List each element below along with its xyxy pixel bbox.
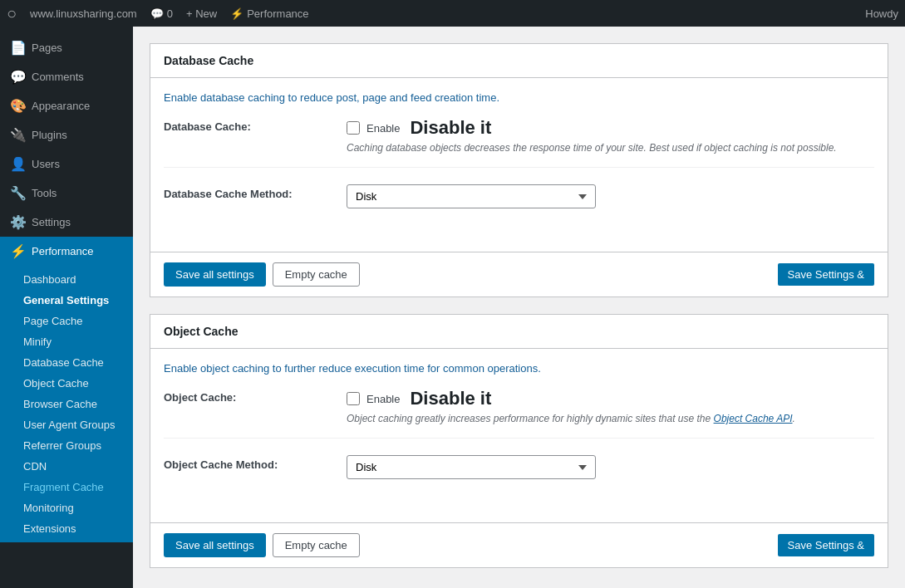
sidebar-item-appearance-label: Appearance	[32, 100, 90, 112]
object-cache-body: Enable object caching to further reduce …	[150, 349, 888, 522]
performance-bar-item[interactable]: ⚡ Performance	[230, 7, 308, 20]
object-cache-method-select[interactable]: Disk Memcached Redis	[347, 455, 596, 479]
object-cache-hint: Object caching greatly increases perform…	[347, 413, 874, 424]
object-cache-save-settings-button[interactable]: Save Settings &	[778, 534, 875, 556]
object-cache-disable-label: Disable it	[410, 388, 491, 409]
sidebar-item-performance-label: Performance	[32, 245, 93, 257]
submenu-item-browser-cache[interactable]: Browser Cache	[0, 394, 133, 414]
site-url: www.linuxsharing.com	[30, 7, 137, 20]
pages-icon: 📄	[10, 40, 25, 56]
object-cache-hint-text: Object caching greatly increases perform…	[347, 413, 714, 424]
submenu-item-monitoring[interactable]: Monitoring	[0, 497, 133, 518]
comment-icon: 💬	[150, 7, 164, 20]
database-cache-save-button[interactable]: Save all settings	[164, 262, 266, 287]
howdy-label: Howdy	[865, 7, 898, 20]
object-cache-header: Object Cache	[150, 315, 888, 349]
submenu-item-cdn[interactable]: CDN	[0, 456, 133, 477]
sidebar-item-users[interactable]: 👤 Users	[0, 149, 133, 179]
submenu-item-dashboard[interactable]: Dashboard	[0, 269, 133, 290]
tools-icon: 🔧	[10, 185, 25, 201]
sidebar-item-plugins[interactable]: 🔌 Plugins	[0, 120, 133, 149]
sidebar-item-appearance[interactable]: 🎨 Appearance	[0, 91, 133, 120]
sidebar-item-tools-label: Tools	[32, 187, 57, 199]
object-cache-enable-row: Object Cache: Enable Disable it Object c…	[164, 388, 874, 439]
database-cache-enable-text[interactable]: Enable	[366, 122, 400, 135]
submenu-item-object-cache[interactable]: Object Cache	[0, 373, 133, 394]
sidebar-item-settings-label: Settings	[32, 216, 71, 228]
admin-bar: ○ www.linuxsharing.com 💬 0 + New ⚡ Perfo…	[0, 0, 905, 27]
submenu-item-page-cache[interactable]: Page Cache	[0, 311, 133, 331]
database-cache-hint: Caching database objects decreases the r…	[347, 142, 874, 154]
site-name[interactable]: www.linuxsharing.com	[30, 7, 137, 20]
object-cache-info: Enable object caching to further reduce …	[164, 362, 874, 375]
wp-logo-icon[interactable]: ○	[7, 4, 17, 23]
plugins-icon: 🔌	[10, 127, 25, 143]
comments-icon: 💬	[10, 69, 25, 85]
sidebar-item-comments-label: Comments	[32, 71, 84, 83]
object-cache-title: Object Cache	[164, 325, 874, 338]
sidebar: 📄 Pages 💬 Comments 🎨 Appearance 🔌 Plugin…	[0, 27, 133, 588]
sidebar-item-users-label: Users	[32, 158, 60, 170]
new-bar-item[interactable]: + New	[186, 7, 217, 20]
sidebar-item-pages[interactable]: 📄 Pages	[0, 33, 133, 62]
performance-menu-icon: ⚡	[10, 243, 25, 259]
object-cache-empty-button[interactable]: Empty cache	[273, 533, 360, 557]
performance-bar-label: Performance	[247, 7, 308, 20]
database-cache-enable-row: Database Cache: Enable Disable it Cachin…	[164, 117, 874, 168]
object-cache-api-link[interactable]: Object Cache API	[714, 413, 793, 424]
sidebar-item-pages-label: Pages	[32, 42, 62, 54]
database-cache-enable-label: Database Cache:	[164, 117, 347, 133]
performance-submenu: Dashboard General Settings Page Cache Mi…	[0, 266, 133, 542]
submenu-item-database-cache[interactable]: Database Cache	[0, 352, 133, 373]
sidebar-item-comments[interactable]: 💬 Comments	[0, 62, 133, 91]
object-cache-method-label: Object Cache Method:	[164, 455, 347, 471]
database-cache-enable-content: Enable Disable it Caching database objec…	[347, 117, 874, 154]
database-cache-disable-label: Disable it	[410, 117, 491, 139]
sidebar-item-plugins-label: Plugins	[32, 129, 67, 141]
sidebar-item-tools[interactable]: 🔧 Tools	[0, 179, 133, 208]
submenu-item-minify[interactable]: Minify	[0, 331, 133, 352]
users-icon: 👤	[10, 156, 25, 172]
main-content: Database Cache Enable database caching t…	[133, 27, 905, 588]
database-cache-method-content: Disk Memcached Redis	[347, 184, 874, 208]
database-cache-actions: Save all settings Empty cache Save Setti…	[150, 252, 888, 296]
database-cache-method-row: Database Cache Method: Disk Memcached Re…	[164, 184, 874, 222]
object-cache-checkbox[interactable]	[347, 392, 360, 405]
database-cache-body: Enable database caching to reduce post, …	[150, 78, 888, 252]
sidebar-item-performance[interactable]: ⚡ Performance	[0, 237, 133, 266]
appearance-icon: 🎨	[10, 98, 25, 114]
submenu-item-fragment-cache[interactable]: Fragment Cache	[0, 477, 133, 497]
database-cache-save-settings-button[interactable]: Save Settings &	[778, 263, 875, 286]
database-cache-info: Enable database caching to reduce post, …	[164, 91, 874, 104]
settings-icon: ⚙️	[10, 214, 25, 230]
object-cache-save-button[interactable]: Save all settings	[164, 533, 266, 557]
database-cache-header: Database Cache	[150, 44, 888, 78]
submenu-item-user-agent-groups[interactable]: User Agent Groups	[0, 414, 133, 435]
submenu-item-general-settings[interactable]: General Settings	[0, 290, 133, 311]
sidebar-item-settings[interactable]: ⚙️ Settings	[0, 208, 133, 237]
new-label: + New	[186, 7, 217, 20]
database-cache-title: Database Cache	[164, 54, 874, 67]
database-cache-method-label: Database Cache Method:	[164, 184, 347, 200]
object-cache-enable-label: Object Cache:	[164, 388, 347, 404]
database-cache-section: Database Cache Enable database caching t…	[150, 43, 888, 297]
performance-icon: ⚡	[230, 7, 243, 20]
database-cache-empty-button[interactable]: Empty cache	[273, 262, 360, 287]
object-cache-enable-text[interactable]: Enable	[366, 393, 400, 405]
database-cache-checkbox[interactable]	[347, 121, 360, 135]
object-cache-actions: Save all settings Empty cache Save Setti…	[150, 522, 888, 567]
object-cache-enable-content: Enable Disable it Object caching greatly…	[347, 388, 874, 424]
object-cache-hint-suffix: .	[793, 413, 795, 424]
submenu-item-extensions[interactable]: Extensions	[0, 518, 133, 539]
object-cache-method-row: Object Cache Method: Disk Memcached Redi…	[164, 455, 874, 492]
object-cache-method-content: Disk Memcached Redis	[347, 455, 874, 479]
comments-bar-item[interactable]: 💬 0	[150, 7, 173, 20]
object-cache-section: Object Cache Enable object caching to fu…	[150, 314, 888, 568]
submenu-item-referrer-groups[interactable]: Referrer Groups	[0, 435, 133, 456]
comments-count: 0	[167, 7, 173, 20]
database-cache-method-select[interactable]: Disk Memcached Redis	[347, 184, 596, 208]
